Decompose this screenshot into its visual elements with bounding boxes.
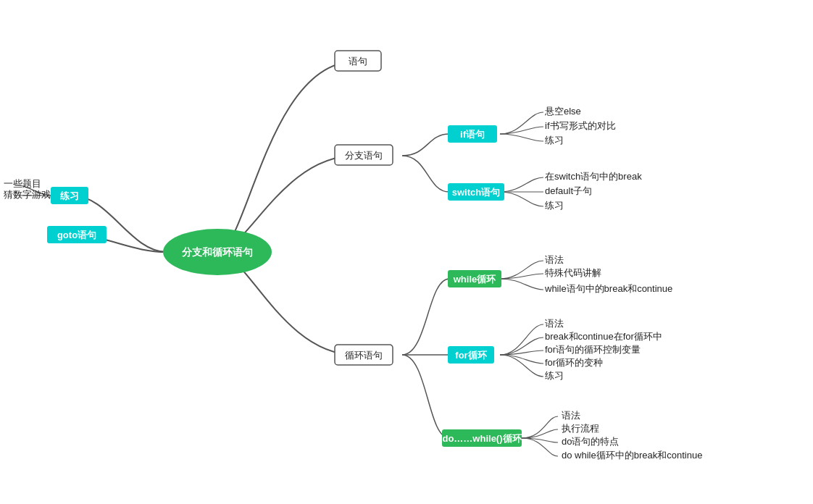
label-switch-child3: 练习 <box>545 200 564 211</box>
label-dowhile: do……while()循环 <box>442 433 522 444</box>
label-switch-child2: default子句 <box>545 185 592 196</box>
label-if-child2: if书写形式的对比 <box>545 120 616 131</box>
label-for-child1: 语法 <box>545 318 564 329</box>
label-dowhile-child4: do while循环中的break和continue <box>562 450 702 461</box>
label-for: for循环 <box>455 350 487 361</box>
label-practice-left: 练习 <box>59 190 79 201</box>
label-for-child4: for循环的变种 <box>545 357 603 368</box>
label-dowhile-child2: 执行流程 <box>562 423 599 434</box>
label-if: if语句 <box>460 129 485 140</box>
label-dowhile-child1: 语法 <box>562 410 580 421</box>
label-if-child3: 练习 <box>545 135 564 146</box>
label-practice-child2: 猜数字游戏 <box>4 189 51 200</box>
label-switch-child1: 在switch语句中的break <box>545 171 642 182</box>
label-switch: switch语句 <box>452 187 500 198</box>
label-practice-child1: 一些题目 <box>4 178 41 189</box>
label-for-child3: for语句的循环控制变量 <box>545 344 641 355</box>
center-label: 分支和循环语句 <box>181 246 253 258</box>
label-branch: 分支语句 <box>345 150 383 161</box>
mindmap-canvas: 分支和循环语句 语句 分支语句 循环语句 if语句 switch语句 悬空els… <box>0 0 813 504</box>
label-while: while循环 <box>453 274 497 285</box>
label-for-child2: break和continue在for循环中 <box>545 331 662 342</box>
label-loop: 循环语句 <box>345 350 383 361</box>
label-while-child2: 特殊代码讲解 <box>545 267 601 278</box>
label-goto: goto语句 <box>57 230 96 240</box>
label-if-child1: 悬空else <box>544 106 581 117</box>
label-for-child5: 练习 <box>545 370 564 381</box>
label-while-child1: 语法 <box>545 254 564 265</box>
label-dowhile-child3: do语句的特点 <box>562 436 619 447</box>
label-sentence: 语句 <box>349 56 367 67</box>
label-while-child3: while语句中的break和continue <box>544 283 672 294</box>
